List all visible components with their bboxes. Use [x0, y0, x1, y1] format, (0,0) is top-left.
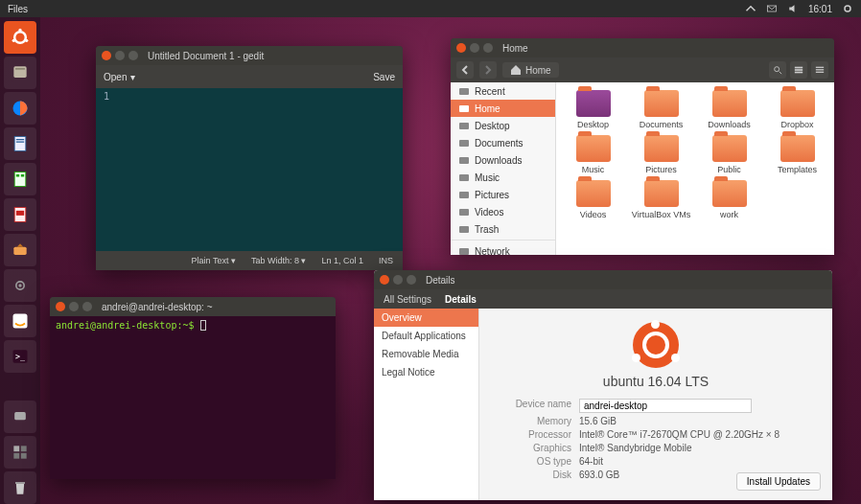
sidebar-item-label: Music	[475, 172, 500, 183]
svg-rect-37	[459, 105, 469, 112]
maximize-icon[interactable]	[128, 51, 138, 60]
session-gear-icon[interactable]	[842, 3, 853, 14]
folder-downloads[interactable]: Downloads	[696, 90, 762, 129]
files-titlebar[interactable]: Home	[451, 38, 834, 57]
sidebar-item-desktop[interactable]: Desktop	[451, 117, 555, 134]
software-icon[interactable]	[4, 234, 36, 266]
folder-videos[interactable]: Videos	[560, 180, 626, 219]
search-button[interactable]	[769, 61, 786, 79]
firefox-icon[interactable]	[4, 92, 36, 125]
top-menu-bar: Files 16:01	[0, 0, 861, 17]
sidebar-item-downloads[interactable]: Downloads	[451, 151, 555, 169]
details-tab-defapps[interactable]: Default Applications	[374, 327, 478, 345]
mail-indicator-icon[interactable]	[766, 3, 778, 14]
all-settings-link[interactable]: All Settings	[384, 294, 431, 305]
hamburger-menu-button[interactable]	[811, 61, 828, 79]
folder-templates[interactable]: Templates	[764, 135, 830, 174]
folder-pictures[interactable]: Pictures	[628, 135, 694, 174]
details-tab-overview[interactable]: Overview	[374, 309, 478, 327]
folder-documents[interactable]: Documents	[628, 90, 694, 129]
line-gutter: 1	[96, 88, 113, 251]
open-button[interactable]: Open	[104, 72, 127, 82]
folder-public[interactable]: Public	[696, 135, 762, 174]
folder-music[interactable]: Music	[560, 135, 626, 174]
clock[interactable]: 16:01	[808, 4, 832, 14]
trash-icon[interactable]	[4, 471, 36, 504]
details-main: ubuntu 16.04 LTS Device name Memory15.6 …	[479, 309, 832, 500]
gedit-editor[interactable]: 1	[96, 88, 403, 251]
terminal-body[interactable]: andrei@andrei-desktop:~$	[50, 316, 336, 479]
folder-label: Videos	[580, 210, 606, 219]
svg-rect-9	[14, 137, 26, 151]
amazon-icon[interactable]	[4, 305, 36, 337]
calc-icon[interactable]	[4, 163, 36, 195]
minimize-icon[interactable]	[393, 275, 403, 285]
close-icon[interactable]	[380, 275, 389, 285]
folder-label: Music	[582, 165, 605, 174]
svg-rect-12	[14, 172, 26, 187]
install-updates-button[interactable]: Install Updates	[736, 472, 821, 491]
details-breadcrumb: All Settings Details	[374, 289, 832, 309]
ostype-label: OS type	[495, 456, 571, 467]
close-icon[interactable]	[56, 302, 65, 311]
close-icon[interactable]	[456, 43, 466, 53]
device-icon[interactable]	[4, 401, 36, 433]
details-tab-remmedia[interactable]: Removable Media	[374, 345, 478, 363]
details-window: Details All Settings Details OverviewDef…	[374, 270, 832, 500]
svg-rect-33	[816, 67, 824, 68]
sidebar-item-documents[interactable]: Documents	[451, 134, 555, 151]
network-indicator-icon[interactable]	[745, 3, 756, 14]
minimize-icon[interactable]	[470, 43, 479, 53]
back-button[interactable]	[456, 61, 474, 79]
details-titlebar[interactable]: Details	[374, 270, 832, 289]
svg-rect-39	[459, 140, 469, 147]
videos-icon	[458, 206, 470, 218]
sidebar-item-videos[interactable]: Videos	[451, 203, 555, 220]
settings-icon[interactable]	[4, 269, 36, 302]
workspace-switcher-icon[interactable]	[4, 436, 36, 469]
maximize-icon[interactable]	[82, 302, 92, 311]
svg-rect-16	[16, 211, 24, 216]
sidebar-item-pictures[interactable]: Pictures	[451, 186, 555, 203]
terminal-titlebar[interactable]: andrei@andrei-desktop: ~	[50, 297, 336, 316]
folder-icon	[644, 180, 679, 207]
files-launcher-icon[interactable]	[4, 57, 36, 89]
sidebar-item-trash[interactable]: Trash	[451, 220, 555, 238]
dash-icon[interactable]	[4, 21, 36, 54]
terminal-launcher-icon[interactable]: >_	[4, 340, 36, 373]
terminal-title: andrei@andrei-desktop: ~	[102, 302, 213, 312]
writer-icon[interactable]	[4, 127, 36, 160]
folder-icon	[576, 180, 611, 207]
text-area[interactable]	[113, 88, 403, 251]
sidebar-item-home[interactable]: Home	[451, 100, 555, 117]
folder-desktop[interactable]: Desktop	[560, 90, 626, 129]
forward-button[interactable]	[479, 61, 497, 79]
sidebar-item-recent[interactable]: Recent	[451, 82, 555, 100]
folder-dropbox[interactable]: Dropbox	[764, 90, 830, 129]
minimize-icon[interactable]	[69, 302, 79, 311]
save-button[interactable]: Save	[373, 72, 395, 82]
svg-rect-25	[21, 446, 27, 451]
impress-icon[interactable]	[4, 198, 36, 231]
folder-work[interactable]: work	[696, 180, 762, 219]
tab-width-selector[interactable]: Tab Width: 8 ▾	[251, 256, 307, 265]
device-name-input[interactable]	[579, 399, 752, 413]
open-dropdown-icon[interactable]: ▾	[130, 72, 135, 82]
close-icon[interactable]	[102, 51, 111, 60]
details-tab-legal[interactable]: Legal Notice	[374, 363, 478, 381]
sidebar-item-network[interactable]: Network	[451, 242, 555, 255]
maximize-icon[interactable]	[407, 275, 416, 285]
files-title: Home	[502, 43, 528, 54]
path-label: Home	[525, 65, 551, 76]
language-selector[interactable]: Plain Text ▾	[192, 256, 236, 265]
maximize-icon[interactable]	[483, 43, 493, 53]
minimize-icon[interactable]	[115, 51, 125, 60]
active-app-label: Files	[8, 4, 28, 14]
sidebar-item-music[interactable]: Music	[451, 169, 555, 186]
sound-indicator-icon[interactable]	[787, 3, 799, 14]
folder-virtualbox-vms[interactable]: VirtualBox VMs	[628, 180, 694, 219]
path-bar[interactable]: Home	[502, 62, 559, 78]
view-list-button[interactable]	[790, 61, 807, 79]
gedit-titlebar[interactable]: Untitled Document 1 - gedit	[96, 46, 403, 65]
svg-rect-41	[459, 174, 469, 181]
